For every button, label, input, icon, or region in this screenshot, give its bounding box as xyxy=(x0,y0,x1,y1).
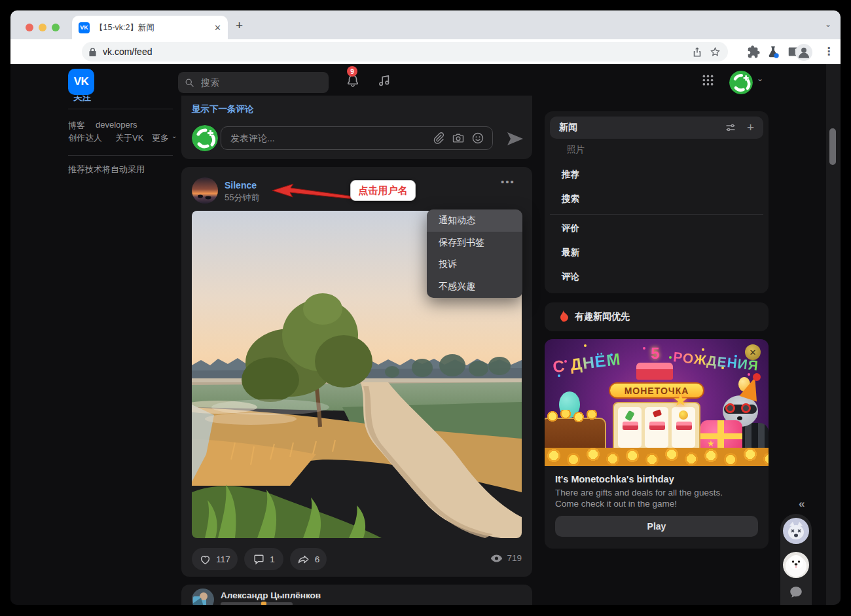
sidebar-divider xyxy=(68,109,173,109)
flask-extension-icon[interactable] xyxy=(766,45,780,59)
slot-reel xyxy=(618,407,642,448)
feed-nav-card: 新闻 + 照片 推荐 搜索 评价 最新 评论 xyxy=(545,111,769,293)
slot-reel xyxy=(672,407,695,448)
comment-icon xyxy=(253,553,265,566)
menu-item-report[interactable]: 投诉 xyxy=(427,254,522,276)
browser-window: VK 【15-vk:2】新闻 ✕ + ⌄ ← → ⟳ vk.com/feed ⋮… xyxy=(10,10,841,605)
extensions-puzzle-icon[interactable] xyxy=(746,45,761,59)
flame-icon xyxy=(556,310,570,324)
messages-dock xyxy=(780,514,812,605)
like-count: 117 xyxy=(216,554,230,564)
post-timestamp[interactable]: 55分钟前 xyxy=(225,192,259,204)
chat-bubble-icon[interactable] xyxy=(789,586,803,598)
post-author-name[interactable]: Silence xyxy=(225,180,257,190)
page-scrollbar-track[interactable] xyxy=(826,64,841,605)
browser-tab[interactable]: VK 【15-vk:2】新闻 ✕ xyxy=(72,16,228,39)
reel-battery-symbol xyxy=(625,410,635,421)
comment-composer[interactable] xyxy=(221,126,493,150)
vk-search-bar[interactable] xyxy=(178,72,329,93)
nav-item-reactions[interactable]: 评价 xyxy=(562,223,579,234)
address-bar[interactable]: vk.com/feed xyxy=(82,42,728,62)
views-counter: 719 xyxy=(490,553,522,563)
profile-chevron-icon[interactable]: ⌄ xyxy=(757,74,763,83)
sidebar-divider xyxy=(68,155,173,156)
attach-paperclip-icon[interactable] xyxy=(432,132,445,145)
vk-header: VK 9 ⌄ xyxy=(10,64,826,96)
menu-item-not-interested[interactable]: 不感兴趣 xyxy=(427,276,522,298)
sidebar-link-more[interactable]: 更多 xyxy=(152,132,169,144)
tab-close-icon[interactable]: ✕ xyxy=(214,23,221,33)
comment-input[interactable] xyxy=(229,132,426,144)
ad-play-button[interactable]: Play xyxy=(555,516,758,537)
nav-item-latest[interactable]: 最新 xyxy=(562,247,579,259)
maximize-window-button[interactable] xyxy=(52,24,60,31)
post-more-menu-icon[interactable]: ••• xyxy=(501,176,515,187)
feed-nav-header[interactable]: 新闻 + xyxy=(550,117,763,139)
next-post-author-name[interactable]: Александр Цыплёнков xyxy=(221,590,321,600)
chat-avatar-dog-cartoon[interactable] xyxy=(782,516,810,545)
confetti-dots xyxy=(584,344,587,347)
chat-avatar-dog-photo[interactable] xyxy=(782,551,810,579)
gift-star: ★ xyxy=(707,439,715,448)
post-author-avatar[interactable] xyxy=(192,177,218,204)
sidebar-link-about-vk[interactable]: 关于VK xyxy=(115,132,143,144)
my-avatar[interactable] xyxy=(192,125,218,151)
browser-menu-icon[interactable]: ⋮ xyxy=(824,45,834,58)
share-icon[interactable] xyxy=(691,46,703,58)
tabstrip-chevron-icon[interactable]: ⌄ xyxy=(825,20,831,29)
comment-button[interactable]: 1 xyxy=(244,548,283,570)
share-count: 6 xyxy=(315,554,320,564)
share-button[interactable]: 6 xyxy=(290,548,327,570)
chest-gold-coins xyxy=(545,410,605,423)
ad-logo-banner: МОНЕТОЧКА xyxy=(609,382,704,399)
like-button[interactable]: 117 xyxy=(192,548,238,570)
ad-description-line2: Come check it out in the game! xyxy=(555,499,677,509)
ad-close-icon[interactable]: ✕ xyxy=(745,344,761,360)
browser-profile-avatar[interactable] xyxy=(795,44,812,61)
sidebar-link-developers[interactable]: developers xyxy=(96,120,137,130)
url-text: vk.com/feed xyxy=(103,46,685,57)
views-count: 719 xyxy=(507,553,522,563)
sidebar-link-creators[interactable]: 创作达人 xyxy=(68,132,102,144)
tab-strip: VK 【15-vk:2】新闻 ✕ + ⌄ xyxy=(10,10,841,39)
nav-item-recommended[interactable]: 推荐 xyxy=(562,169,579,181)
send-comment-icon[interactable] xyxy=(506,131,524,147)
fun-news-label: 有趣新闻优先 xyxy=(575,311,630,323)
share-arrow-icon xyxy=(297,553,310,566)
ad-number-5: 5 xyxy=(651,344,659,363)
close-window-button[interactable] xyxy=(26,24,33,31)
vk-logo[interactable]: VK xyxy=(68,69,94,95)
lock-icon xyxy=(88,47,97,57)
nav-item-comments[interactable]: 评论 xyxy=(562,271,579,283)
ad-star: ★ xyxy=(673,390,688,410)
profile-avatar[interactable] xyxy=(729,71,753,94)
fun-news-card: 有趣新闻优先 xyxy=(545,302,769,331)
menu-item-bookmark[interactable]: 保存到书签 xyxy=(427,232,522,254)
collapse-dock-icon[interactable]: « xyxy=(799,498,805,511)
comment-count: 1 xyxy=(270,554,275,564)
sidebar-note: 推荐技术将自动采用 xyxy=(68,164,145,175)
reel-cake-symbol xyxy=(676,422,692,430)
music-icon[interactable] xyxy=(377,73,391,88)
emoji-smiley-icon[interactable] xyxy=(471,132,484,145)
tab-title: 【15-vk:2】新闻 xyxy=(95,22,209,33)
bookmark-star-icon[interactable] xyxy=(709,46,721,58)
notification-badge: 9 xyxy=(347,66,357,77)
slot-reel xyxy=(645,407,668,448)
ad-image[interactable]: С ДНЁМ РОЖДЕНИЯ 5 МОНЕТОЧКА xyxy=(545,339,769,466)
search-input[interactable] xyxy=(200,77,304,88)
menu-item-notify[interactable]: 通知动态 xyxy=(427,209,522,232)
page-scrollbar-thumb[interactable] xyxy=(829,128,836,165)
sidebar-link-blog[interactable]: 博客 xyxy=(68,120,85,132)
next-post-avatar[interactable] xyxy=(192,589,214,605)
show-next-comment-link[interactable]: 显示下一条评论 xyxy=(192,103,254,115)
reel-coin-symbol xyxy=(679,410,688,420)
nav-item-search[interactable]: 搜索 xyxy=(562,193,579,205)
camera-icon[interactable] xyxy=(452,132,465,145)
apps-grid-icon[interactable] xyxy=(701,73,715,87)
filter-sliders-icon[interactable] xyxy=(725,122,736,134)
minimize-window-button[interactable] xyxy=(39,24,46,31)
new-tab-button[interactable]: + xyxy=(236,18,243,33)
nav-item-photos[interactable]: 照片 xyxy=(567,144,585,156)
add-source-plus-icon[interactable]: + xyxy=(747,120,754,135)
